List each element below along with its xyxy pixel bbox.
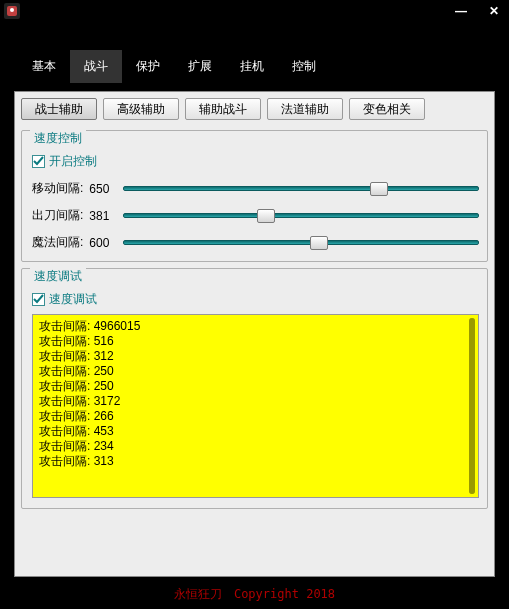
subtab-assist[interactable]: 辅助战斗 <box>185 98 261 120</box>
slider-move: 移动间隔: 650 <box>32 180 479 197</box>
group-title: 速度调试 <box>30 268 86 285</box>
close-button[interactable]: ✕ <box>483 4 505 18</box>
slider-magic: 魔法间隔: 600 <box>32 234 479 251</box>
app-icon <box>4 3 20 19</box>
slider-thumb[interactable] <box>257 209 275 223</box>
log-line: 攻击间隔: 250 <box>39 379 472 394</box>
slider-label: 魔法间隔: <box>32 234 83 251</box>
log-line: 攻击间隔: 4966015 <box>39 319 472 334</box>
subtab-color[interactable]: 变色相关 <box>349 98 425 120</box>
checkbox-box[interactable] <box>32 293 45 306</box>
group-speed-debug: 速度调试 速度调试 攻击间隔: 4966015 攻击间隔: 516 攻击间隔: … <box>21 268 488 509</box>
scrollbar-thumb[interactable] <box>469 318 475 494</box>
tab-extend[interactable]: 扩展 <box>174 50 226 83</box>
speed-debug-checkbox[interactable]: 速度调试 <box>32 291 479 308</box>
slider-track[interactable] <box>123 210 479 222</box>
tab-basic[interactable]: 基本 <box>18 50 70 83</box>
checkbox-label: 速度调试 <box>49 291 97 308</box>
minimize-button[interactable]: — <box>449 4 473 18</box>
subtab-mage[interactable]: 法道辅助 <box>267 98 343 120</box>
tab-afk[interactable]: 挂机 <box>226 50 278 83</box>
subtab-warrior[interactable]: 战士辅助 <box>21 98 97 120</box>
tab-combat[interactable]: 战斗 <box>70 50 122 83</box>
slider-track[interactable] <box>123 237 479 249</box>
checkbox-label: 开启控制 <box>49 153 97 170</box>
slider-track[interactable] <box>123 183 479 195</box>
slider-value: 650 <box>89 182 117 196</box>
tab-protect[interactable]: 保护 <box>122 50 174 83</box>
tab-control[interactable]: 控制 <box>278 50 330 83</box>
enable-control-checkbox[interactable]: 开启控制 <box>32 153 479 170</box>
log-line: 攻击间隔: 3172 <box>39 394 472 409</box>
log-line: 攻击间隔: 250 <box>39 364 472 379</box>
titlebar: — ✕ <box>0 0 509 22</box>
log-line: 攻击间隔: 266 <box>39 409 472 424</box>
group-title: 速度控制 <box>30 130 86 147</box>
svg-point-1 <box>10 8 14 12</box>
slider-thumb[interactable] <box>370 182 388 196</box>
log-scrollbar[interactable] <box>469 318 475 494</box>
log-line: 攻击间隔: 313 <box>39 454 472 469</box>
slider-thumb[interactable] <box>310 236 328 250</box>
log-line: 攻击间隔: 312 <box>39 349 472 364</box>
subtab-advanced[interactable]: 高级辅助 <box>103 98 179 120</box>
slider-value: 600 <box>89 236 117 250</box>
slider-label: 出刀间隔: <box>32 207 83 224</box>
log-line: 攻击间隔: 516 <box>39 334 472 349</box>
slider-label: 移动间隔: <box>32 180 83 197</box>
window-buttons: — ✕ <box>449 4 505 18</box>
slider-attack: 出刀间隔: 381 <box>32 207 479 224</box>
log-line: 攻击间隔: 453 <box>39 424 472 439</box>
log-line: 攻击间隔: 234 <box>39 439 472 454</box>
sub-tabs: 战士辅助 高级辅助 辅助战斗 法道辅助 变色相关 <box>17 94 492 124</box>
group-speed-control: 速度控制 开启控制 移动间隔: 650 出刀间隔: 381 魔法间隔: 600 <box>21 130 488 262</box>
content-panel: 战士辅助 高级辅助 辅助战斗 法道辅助 变色相关 速度控制 开启控制 移动间隔:… <box>14 91 495 577</box>
checkbox-box[interactable] <box>32 155 45 168</box>
slider-value: 381 <box>89 209 117 223</box>
main-tabs: 基本 战斗 保护 扩展 挂机 控制 <box>0 22 509 91</box>
footer-copyright: 永恒狂刀 Copyright 2018 <box>0 586 509 603</box>
debug-log[interactable]: 攻击间隔: 4966015 攻击间隔: 516 攻击间隔: 312 攻击间隔: … <box>32 314 479 498</box>
